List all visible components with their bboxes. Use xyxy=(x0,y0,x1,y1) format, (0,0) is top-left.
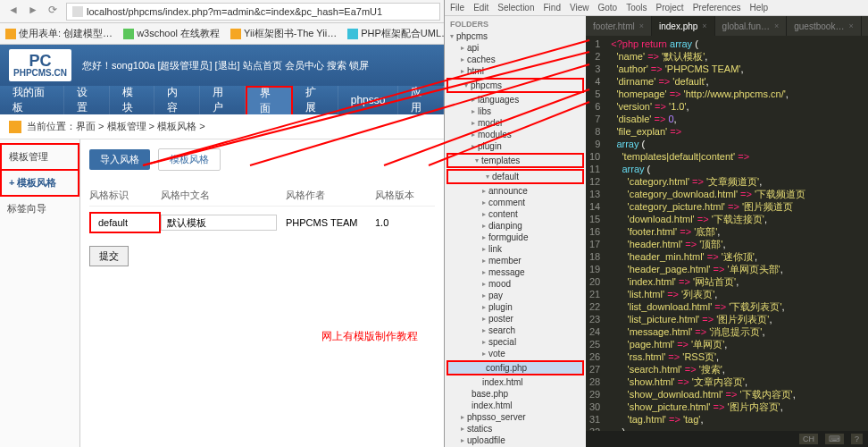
close-icon[interactable]: × xyxy=(702,21,706,30)
status-bar: CH ⌨ ? xyxy=(586,431,868,447)
tree-folder[interactable]: uploadfile xyxy=(445,434,586,446)
menu-item[interactable]: Goto xyxy=(597,3,617,13)
template-style-button[interactable]: 模板风格 xyxy=(158,148,221,171)
folder-tree: FOLDERS phpcmsapicacheshtmlphpcmslanguag… xyxy=(445,16,586,447)
tree-file[interactable]: config.php xyxy=(447,360,584,375)
menu-item[interactable]: Help xyxy=(750,3,769,13)
close-icon[interactable]: × xyxy=(639,21,644,30)
close-icon[interactable]: × xyxy=(848,21,853,30)
header-link[interactable]: [退出] xyxy=(215,60,240,71)
sidebar-group: 模板管理 xyxy=(0,143,79,169)
bookmark-item[interactable]: Yii框架图书-The Yii… xyxy=(230,27,337,40)
nav-tab-4[interactable]: 用户 xyxy=(200,86,246,114)
menu-item[interactable]: Project xyxy=(656,3,684,13)
nav-tab-0[interactable]: 我的面板 xyxy=(0,86,64,114)
tree-folder[interactable]: comment xyxy=(445,197,586,208)
submit-button[interactable]: 提交 xyxy=(89,246,129,266)
editor-tab[interactable]: index.php× xyxy=(652,16,714,36)
editor-tab[interactable]: global.fun…× xyxy=(715,16,787,36)
tree-folder[interactable]: dianping xyxy=(445,220,586,232)
tree-folder[interactable]: announce xyxy=(445,185,586,197)
header-link[interactable]: 锁屏 xyxy=(349,60,369,71)
tree-folder[interactable]: formguide xyxy=(445,232,586,243)
tree-file[interactable]: index.html xyxy=(445,376,586,388)
tree-folder[interactable]: plugin xyxy=(445,140,586,152)
table-row: default PHPCMS TEAM 1.0 xyxy=(89,207,435,239)
menu-item[interactable]: Selection xyxy=(497,3,534,13)
tree-folder[interactable]: special xyxy=(445,336,586,348)
tree-folder[interactable]: link xyxy=(445,243,586,255)
tree-folder[interactable]: phpcms xyxy=(445,30,586,42)
code-content[interactable]: <?php return array ( 'name' => '默认模板', '… xyxy=(607,36,868,431)
address-bar[interactable]: localhost/phpcms/index.php?m=admin&c=ind… xyxy=(66,3,440,21)
nav-tab-3[interactable]: 内容 xyxy=(154,86,200,114)
chrome-toolbar: ◄ ► ⟳ localhost/phpcms/index.php?m=admin… xyxy=(0,0,444,23)
tree-folder[interactable]: statics xyxy=(445,423,586,434)
header-link[interactable]: 搜索 xyxy=(327,60,346,71)
close-icon[interactable]: × xyxy=(774,21,779,30)
bookmarks-bar: 使用表单: 创建模型…w3school 在线教程Yii框架图书-The Yii…… xyxy=(0,23,444,45)
header-link[interactable]: 站点首页 xyxy=(243,60,282,71)
forward-icon[interactable]: ► xyxy=(25,4,41,20)
tree-folder[interactable]: content xyxy=(445,208,586,220)
status-lang[interactable]: CH xyxy=(799,434,818,444)
tree-file[interactable]: index.html xyxy=(445,400,586,411)
tree-folder[interactable]: plugin xyxy=(445,301,586,313)
style-author: PHPCMS TEAM xyxy=(286,217,375,228)
home-icon[interactable] xyxy=(9,121,21,133)
editor-tab[interactable]: footer.html× xyxy=(586,16,651,36)
tree-folder[interactable]: api xyxy=(445,42,586,54)
tree-folder[interactable]: phpsso_server xyxy=(445,411,586,423)
tree-file[interactable]: base.php xyxy=(445,388,586,400)
back-icon[interactable]: ◄ xyxy=(5,4,21,20)
tree-folder[interactable]: model xyxy=(445,117,586,129)
reload-icon[interactable]: ⟳ xyxy=(45,4,61,20)
menu-item[interactable]: File xyxy=(450,3,464,13)
nav-tab-6[interactable]: 扩展 xyxy=(293,86,338,114)
menu-item[interactable]: Tools xyxy=(626,3,647,13)
tree-folder[interactable]: phpcms xyxy=(447,78,584,93)
nav-tab-5[interactable]: 界面 xyxy=(246,86,294,114)
tree-folder[interactable]: templates xyxy=(447,153,584,168)
header-link[interactable]: 会员中心 xyxy=(285,60,324,71)
nav-tab-7[interactable]: phpsso xyxy=(338,86,399,114)
tree-folder[interactable]: languages xyxy=(445,94,586,105)
tree-folder[interactable]: html xyxy=(445,65,586,77)
style-id-cell[interactable]: default xyxy=(89,212,161,233)
tree-folder[interactable]: modules xyxy=(445,129,586,140)
menu-item[interactable]: Find xyxy=(544,3,561,13)
tree-folder[interactable]: pay xyxy=(445,290,586,301)
sidebar: 模板管理 模板风格 标签向导 xyxy=(0,139,80,447)
page-icon xyxy=(72,6,83,17)
bookmark-item[interactable]: 使用表单: 创建模型… xyxy=(5,27,113,40)
nav-tab-1[interactable]: 设置 xyxy=(64,86,110,114)
tree-folder[interactable]: default xyxy=(447,169,584,184)
sidebar-item-tag-wizard[interactable]: 标签向导 xyxy=(0,197,79,221)
bookmark-item[interactable]: PHP框架配合UML… xyxy=(347,27,444,40)
sidebar-item-template-style[interactable]: 模板风格 xyxy=(0,169,79,197)
tree-folder[interactable]: libs xyxy=(445,105,586,117)
tree-folder[interactable]: poster xyxy=(445,313,586,325)
menu-item[interactable]: View xyxy=(570,3,589,13)
tree-folder[interactable]: member xyxy=(445,255,586,266)
style-version: 1.0 xyxy=(375,217,420,228)
tree-folder[interactable]: search xyxy=(445,325,586,336)
import-style-button[interactable]: 导入风格 xyxy=(89,149,150,170)
menu-item[interactable]: Edit xyxy=(473,3,488,13)
tip-text: 网上有模版制作教程 xyxy=(321,329,435,344)
editor-tabs: footer.html×index.php×global.fun…×guestb… xyxy=(586,16,868,36)
style-name-input[interactable] xyxy=(161,215,277,231)
editor-tab[interactable]: guestbook…× xyxy=(787,16,860,36)
status-keyboard-icon[interactable]: ⌨ xyxy=(825,434,844,444)
tree-folder[interactable]: vote xyxy=(445,348,586,359)
nav-tab-2[interactable]: 模块 xyxy=(110,86,155,114)
tree-folder[interactable]: caches xyxy=(445,54,586,65)
editor-tab[interactable]: index.php× xyxy=(862,16,868,36)
logo[interactable]: PC PHPCMS.CN xyxy=(9,49,71,81)
nav-tab-8[interactable]: 应用 xyxy=(398,86,444,114)
tree-folder[interactable]: mood xyxy=(445,278,586,290)
bookmark-item[interactable]: w3school 在线教程 xyxy=(123,27,220,40)
menu-item[interactable]: Preferences xyxy=(693,3,741,13)
status-help-icon[interactable]: ? xyxy=(851,434,863,444)
tree-folder[interactable]: message xyxy=(445,266,586,278)
